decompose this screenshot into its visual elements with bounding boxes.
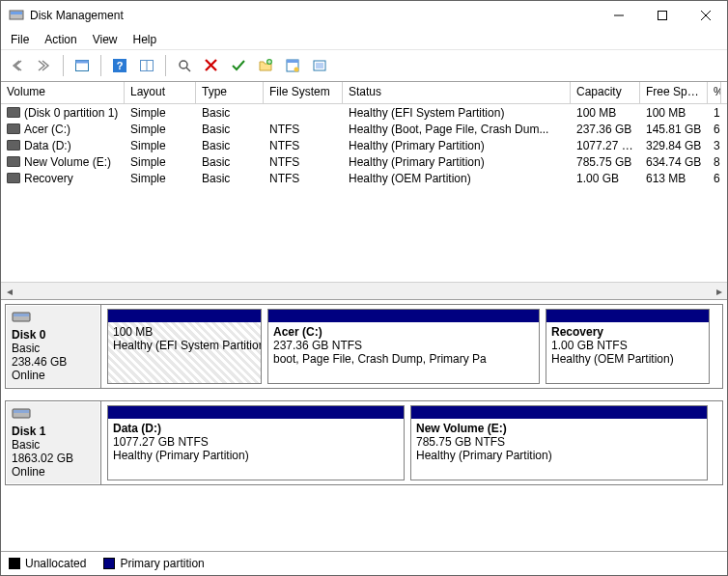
list-button[interactable] [307, 53, 332, 78]
primary-swatch [103, 558, 115, 569]
disk-type: Basic [12, 438, 95, 452]
window-title: Disk Management [30, 9, 124, 22]
legend: Unallocated Primary partition [1, 551, 727, 575]
partition-status: boot, Page File, Crash Dump, Primary Pa [273, 352, 534, 366]
partition-capacity: 237.36 GB NTFS [273, 339, 534, 352]
svg-text:?: ? [117, 60, 124, 71]
partition-color-bar [108, 406, 404, 419]
disk-name: Disk 1 [12, 425, 95, 438]
disk-name: Disk 0 [12, 328, 95, 342]
col-type[interactable]: Type [196, 82, 264, 103]
menubar: File Action View Help [1, 30, 727, 49]
col-volume[interactable]: Volume [1, 82, 125, 103]
back-button[interactable] [5, 53, 30, 78]
help-button[interactable]: ? [107, 53, 132, 78]
partition-status: Healthy (Primary Partition) [113, 449, 399, 462]
close-button[interactable] [684, 1, 727, 30]
cell-layout: Simple [125, 105, 196, 121]
disk-row: Disk 1Basic1863.02 GBOnlineData (D:)1077… [5, 400, 723, 485]
col-freespace[interactable]: Free Spa... [640, 82, 708, 103]
svg-rect-27 [14, 314, 29, 316]
partition[interactable]: New Volume (E:)785.75 GB NTFSHealthy (Pr… [410, 405, 708, 480]
svg-point-21 [294, 68, 299, 72]
cell-capacity: 1.00 GB [571, 171, 640, 186]
checkmark-button[interactable] [226, 53, 251, 78]
table-row[interactable]: (Disk 0 partition 1)SimpleBasicHealthy (… [1, 104, 727, 121]
show-hide-console-button[interactable] [70, 53, 95, 78]
table-body: (Disk 0 partition 1)SimpleBasicHealthy (… [1, 104, 727, 186]
volume-table: Volume Layout Type File System Status Ca… [1, 82, 727, 300]
table-row[interactable]: New Volume (E:)SimpleBasicNTFSHealthy (P… [1, 153, 727, 170]
svg-rect-7 [76, 61, 89, 64]
scroll-left-icon[interactable]: ◂ [1, 283, 17, 299]
cell-volume: (Disk 0 partition 1) [24, 106, 118, 120]
disk-body: Data (D:)1077.27 GB NTFSHealthy (Primary… [101, 400, 723, 485]
partition-color-bar [268, 310, 539, 322]
partition-name: Recovery [551, 325, 704, 339]
cell-volume: Acer (C:) [24, 123, 70, 136]
svg-rect-3 [658, 12, 666, 20]
partition-capacity: 785.75 GB NTFS [416, 435, 702, 449]
maximize-button[interactable] [640, 1, 684, 30]
cell-pct: 3 [708, 138, 721, 153]
disk-header[interactable]: Disk 1Basic1863.02 GBOnline [5, 400, 101, 485]
properties-button[interactable] [280, 53, 305, 78]
volume-icon [7, 173, 20, 183]
col-status[interactable]: Status [343, 82, 571, 103]
cell-fs [264, 112, 343, 114]
partition[interactable]: 100 MBHealthy (EFI System Partition) [107, 309, 262, 384]
disk-state: Online [12, 369, 95, 382]
cell-fs: NTFS [264, 154, 343, 170]
svg-rect-29 [14, 410, 29, 413]
disk-header[interactable]: Disk 0Basic238.46 GBOnline [5, 304, 101, 389]
col-layout[interactable]: Layout [125, 82, 196, 103]
refresh-button[interactable] [172, 53, 197, 78]
cell-pct: 8 [708, 154, 721, 170]
settings-button[interactable] [134, 53, 159, 78]
cell-fs: NTFS [264, 122, 343, 137]
partition[interactable]: Recovery1.00 GB NTFSHealthy (OEM Partiti… [546, 309, 710, 384]
partition-capacity: 1077.27 GB NTFS [113, 435, 399, 449]
cell-pct: 1 [708, 105, 721, 121]
table-row[interactable]: Acer (C:)SimpleBasicNTFSHealthy (Boot, P… [1, 121, 727, 137]
menu-action[interactable]: Action [39, 31, 82, 48]
cell-type: Basic [196, 154, 264, 170]
partition[interactable]: Acer (C:)237.36 GB NTFSboot, Page File, … [267, 309, 540, 384]
volume-icon [7, 123, 20, 134]
cell-layout: Simple [125, 154, 196, 170]
new-folder-button[interactable] [253, 53, 278, 78]
disk-body: 100 MBHealthy (EFI System Partition)Acer… [101, 304, 723, 389]
scroll-right-icon[interactable]: ▸ [711, 283, 727, 299]
cell-free: 634.74 GB [640, 154, 708, 170]
table-row[interactable]: RecoverySimpleBasicNTFSHealthy (OEM Part… [1, 170, 727, 186]
horizontal-scrollbar[interactable]: ◂ ▸ [1, 282, 727, 299]
unallocated-swatch [9, 558, 20, 569]
partition[interactable]: Data (D:)1077.27 GB NTFSHealthy (Primary… [107, 405, 405, 480]
svg-rect-20 [287, 60, 298, 63]
menu-view[interactable]: View [87, 31, 124, 48]
col-capacity[interactable]: Capacity [571, 82, 640, 103]
forward-button[interactable] [32, 53, 57, 78]
table-row[interactable]: Data (D:)SimpleBasicNTFSHealthy (Primary… [1, 137, 727, 153]
menu-file[interactable]: File [5, 31, 35, 48]
partition-status: Healthy (OEM Partition) [551, 352, 704, 366]
partition-name: New Volume (E:) [416, 422, 702, 435]
delete-button[interactable] [199, 53, 224, 78]
minimize-button[interactable] [597, 1, 640, 30]
disk-management-window: Disk Management File Action View Help ? … [0, 0, 728, 576]
cell-capacity: 237.36 GB [571, 122, 640, 137]
disk-size: 238.46 GB [12, 355, 95, 369]
svg-point-12 [180, 61, 187, 69]
disk-row: Disk 0Basic238.46 GBOnline100 MBHealthy … [5, 304, 723, 389]
cell-volume: Data (D:) [24, 139, 71, 152]
col-pct[interactable]: % [708, 82, 721, 103]
volume-icon [7, 156, 20, 167]
menu-help[interactable]: Help [127, 31, 163, 48]
partition-color-bar [108, 310, 261, 322]
cell-status: Healthy (OEM Partition) [343, 171, 571, 186]
svg-line-13 [186, 68, 190, 71]
col-filesystem[interactable]: File System [264, 82, 343, 103]
cell-capacity: 785.75 GB [571, 154, 640, 170]
disk-size: 1863.02 GB [12, 452, 95, 465]
cell-status: Healthy (Primary Partition) [343, 138, 571, 153]
